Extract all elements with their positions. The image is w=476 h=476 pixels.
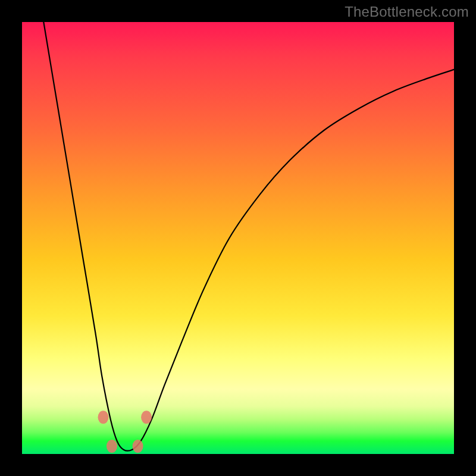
marker-group [98, 411, 152, 453]
curve-marker [107, 440, 117, 453]
curve-marker [98, 411, 109, 424]
watermark-text: TheBottleneck.com [345, 4, 469, 20]
curve-marker [141, 411, 152, 424]
bottleneck-curve [43, 22, 454, 451]
curve-marker [133, 440, 143, 453]
plot-area [22, 22, 454, 454]
curve-svg [22, 22, 454, 454]
